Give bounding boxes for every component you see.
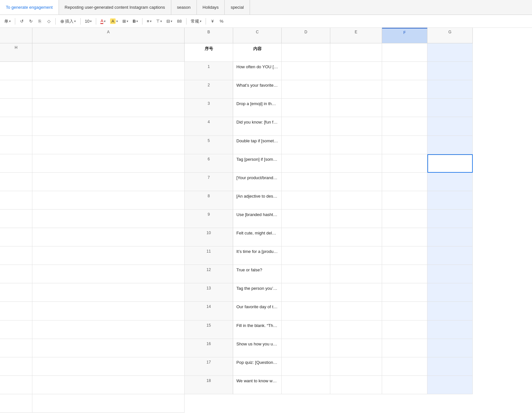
row-16-num[interactable]: 16 <box>185 339 233 357</box>
row-18-H[interactable] <box>32 394 185 413</box>
row-2-C[interactable] <box>282 80 330 99</box>
row-2-E[interactable] <box>382 80 427 99</box>
row-13-F[interactable] <box>427 283 473 302</box>
row-16-C[interactable] <box>282 339 330 357</box>
row-13-H[interactable] <box>32 302 185 320</box>
row-16-E[interactable] <box>382 339 427 357</box>
border-dropdown[interactable]: ⊞ ▾ <box>121 17 130 26</box>
row-6-E[interactable] <box>382 154 427 173</box>
row-14-C[interactable] <box>282 302 330 320</box>
row-15-F[interactable] <box>427 321 473 339</box>
percent-button[interactable]: % <box>218 17 225 26</box>
row-1-C[interactable] <box>282 62 330 80</box>
row-17-F[interactable] <box>427 357 473 376</box>
row-7-G[interactable] <box>0 191 32 210</box>
tab-season[interactable]: season <box>171 0 197 15</box>
row-8-C[interactable] <box>282 191 330 210</box>
row-1-D[interactable] <box>330 62 382 80</box>
row-10-G[interactable] <box>0 246 32 265</box>
row-11-F[interactable] <box>427 246 473 265</box>
format-88-button[interactable]: 88 <box>175 17 184 26</box>
row-7-F[interactable] <box>427 173 473 191</box>
row-3-E[interactable] <box>382 99 427 117</box>
row-12-C[interactable] <box>282 265 330 283</box>
row-11-H[interactable] <box>32 265 185 283</box>
tab-reposting[interactable]: Reposting user-generated content Instagr… <box>59 0 171 15</box>
row-5-C[interactable] <box>282 136 330 154</box>
row-3-F[interactable] <box>427 99 473 117</box>
row-9-num[interactable]: 9 <box>185 210 233 228</box>
row-3-num[interactable]: 3 <box>185 99 233 117</box>
row-8-H[interactable] <box>32 210 185 228</box>
row-8-D[interactable] <box>330 191 382 210</box>
row-6-F[interactable] <box>427 154 473 173</box>
row-13-num[interactable]: 13 <box>185 283 233 302</box>
row-1-F[interactable] <box>427 62 473 80</box>
col-header-F[interactable]: F <box>382 28 427 43</box>
row-5-D[interactable] <box>330 136 382 154</box>
row-11-E[interactable] <box>382 246 427 265</box>
row-16-G[interactable] <box>0 357 32 376</box>
row-1-num[interactable]: 1 <box>185 62 233 80</box>
row-14-E[interactable] <box>382 302 427 320</box>
row-3-D[interactable] <box>330 99 382 117</box>
row-8-G[interactable] <box>0 210 32 228</box>
row-16-F[interactable] <box>427 339 473 357</box>
row-4-G[interactable] <box>0 136 32 154</box>
insert-button[interactable]: ⊕ 插入 ▾ <box>58 17 78 26</box>
row-18-G[interactable] <box>0 394 32 413</box>
row-11-G[interactable] <box>0 265 32 283</box>
row-17-E[interactable] <box>382 357 427 376</box>
row-6-G[interactable] <box>0 173 32 191</box>
row-3-content[interactable]: Drop a [emoji] in the comments if you [s… <box>233 99 282 117</box>
row-3-G[interactable] <box>0 117 32 136</box>
row-4-num[interactable]: 4 <box>185 117 233 136</box>
menu-dropdown[interactable]: 单 ▾ <box>3 17 12 26</box>
row-10-H[interactable] <box>32 246 185 265</box>
row-18-F[interactable] <box>427 376 473 394</box>
row-13-D[interactable] <box>330 283 382 302</box>
row-11-D[interactable] <box>330 246 382 265</box>
row-8-F[interactable] <box>427 191 473 210</box>
row-6-num[interactable]: 6 <box>185 154 233 173</box>
row-15-C[interactable] <box>282 321 330 339</box>
row-9-C[interactable] <box>282 210 330 228</box>
row-10-E[interactable] <box>382 228 427 246</box>
row-12-F[interactable] <box>427 265 473 283</box>
row-7-C[interactable] <box>282 173 330 191</box>
row-17-content[interactable]: Pop quiz: [Question]? Drop your answer i… <box>233 357 282 376</box>
row-2-num[interactable]: 2 <box>185 80 233 99</box>
row-15-D[interactable] <box>330 321 382 339</box>
row-5-F[interactable] <box>427 136 473 154</box>
align-dropdown[interactable]: ≡ ▾ <box>145 17 153 26</box>
redo-button[interactable]: ↻ <box>27 17 35 26</box>
row-14-G[interactable] <box>0 321 32 339</box>
tab-special[interactable]: special <box>225 0 250 15</box>
row-15-E[interactable] <box>382 321 427 339</box>
col-header-B[interactable]: B <box>185 28 233 43</box>
row-14-num[interactable]: 14 <box>185 302 233 320</box>
number-format-dropdown[interactable]: 常规 ▾ <box>189 17 203 26</box>
row-7-D[interactable] <box>330 173 382 191</box>
row-17-D[interactable] <box>330 357 382 376</box>
row-2-F[interactable] <box>427 80 473 99</box>
row-15-H[interactable] <box>32 339 185 357</box>
row-13-C[interactable] <box>282 283 330 302</box>
col-header-D[interactable]: D <box>282 28 330 43</box>
row-8-content[interactable]: [An adjective to describe your product] … <box>233 191 282 210</box>
bold-dropdown[interactable]: B ▾ <box>131 17 140 26</box>
row-4-H[interactable] <box>32 136 185 154</box>
col-header-H[interactable]: H <box>0 43 32 62</box>
col-header-G[interactable]: G <box>427 28 473 43</box>
row-9-F[interactable] <box>427 210 473 228</box>
row-4-F[interactable] <box>427 117 473 136</box>
row-10-F[interactable] <box>427 228 473 246</box>
row-6-H[interactable] <box>32 173 185 191</box>
row-18-E[interactable] <box>382 376 427 394</box>
row-5-H[interactable] <box>32 154 185 173</box>
row-10-content[interactable]: Felt cute, might delete later. <box>233 228 282 246</box>
font-size-dropdown[interactable]: 10 ▾ <box>83 17 93 26</box>
col-header-A[interactable]: A <box>32 28 185 43</box>
row-18-D[interactable] <box>330 376 382 394</box>
row-2-G[interactable] <box>0 99 32 117</box>
